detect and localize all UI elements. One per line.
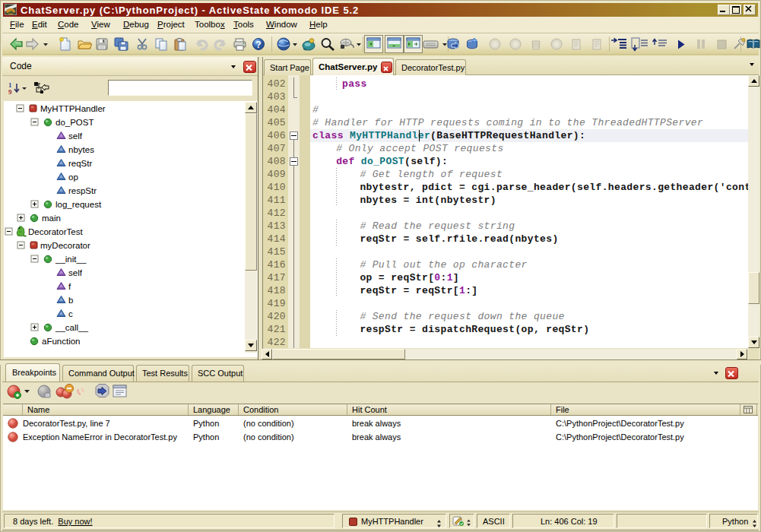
svg-text:9: 9: [8, 88, 12, 96]
svg-text:?: ?: [255, 40, 261, 50]
